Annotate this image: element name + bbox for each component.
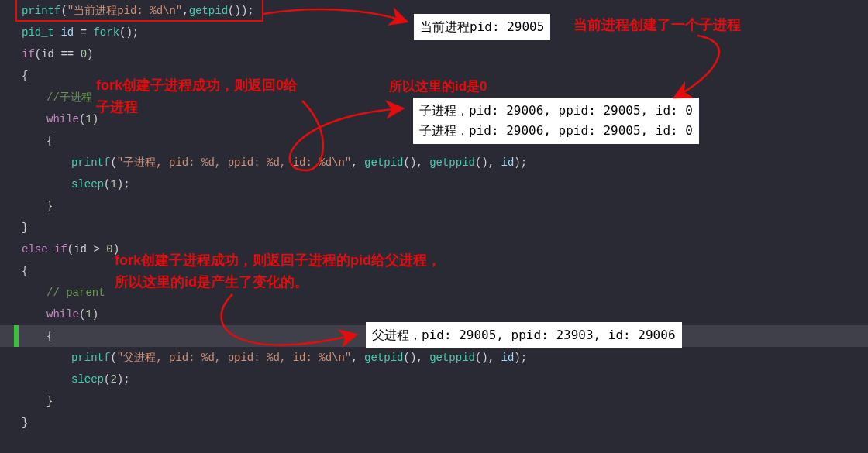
code-line: sleep(2); <box>0 369 868 390</box>
annot-fork-return0-l1: fork创建子进程成功，则返回0给 <box>96 76 298 94</box>
code-line: sleep(1); <box>0 173 868 195</box>
code-area: printf("当前进程pid: %d\n",getpid()); pid_t … <box>0 0 868 453</box>
output-child: 子进程，pid: 29006, ppid: 29005, id: 0 子进程，p… <box>413 98 699 144</box>
annot-fork-return0-l2: 子进程 <box>96 98 138 116</box>
output-current-pid: 当前进程pid: 29005 <box>414 14 550 40</box>
output-parent: 父进程，pid: 29005, ppid: 23903, id: 29006 <box>366 322 682 348</box>
highlight-box-printf <box>16 0 264 22</box>
code-line: } <box>0 390 868 412</box>
code-line: } <box>0 412 868 434</box>
code-line: } <box>0 217 868 239</box>
annot-fork-return-pid-l1: fork创建子进程成功，则返回子进程的pid给父进程， <box>115 251 441 269</box>
annot-fork-return-pid-l2: 所以这里的id是产生了变化的。 <box>115 273 308 291</box>
code-line: printf("父进程, pid: %d, ppid: %d, id: %d\n… <box>0 347 868 369</box>
code-line: printf("子进程, pid: %d, ppid: %d, id: %d\n… <box>0 152 868 173</box>
code-line: if(id == 0) <box>0 43 868 65</box>
code-line: } <box>0 195 868 217</box>
annot-created-child: 当前进程创建了一个子进程 <box>574 15 741 34</box>
annot-id-zero: 所以这里的id是0 <box>389 77 487 95</box>
